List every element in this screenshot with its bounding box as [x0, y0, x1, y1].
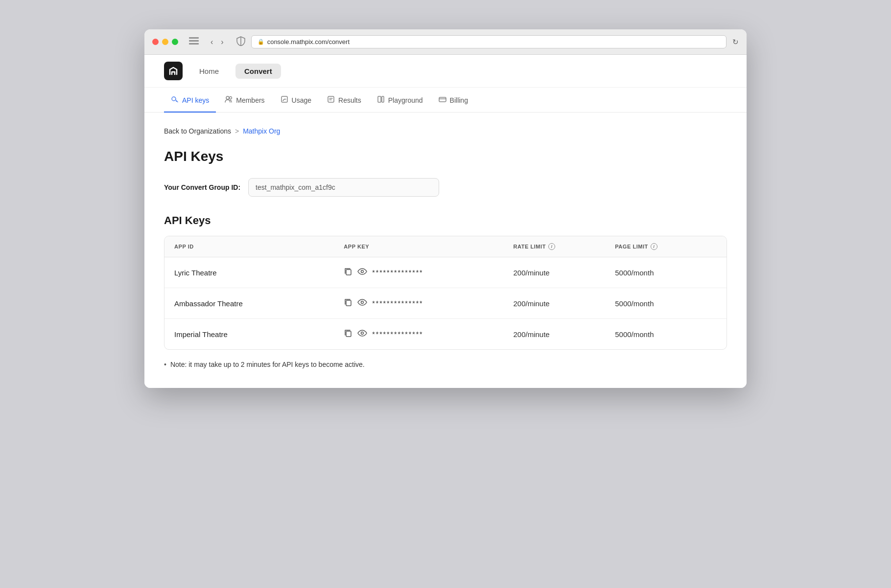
key-icon: [171, 95, 179, 105]
tab-api-keys[interactable]: API keys: [164, 88, 216, 113]
tab-billing-label: Billing: [450, 96, 468, 104]
lock-icon: 🔒: [258, 39, 264, 45]
col-header-app-id: APP ID: [174, 243, 344, 250]
key-mask: **************: [372, 330, 423, 338]
url-text: console.mathpix.com/convert: [267, 38, 350, 45]
home-nav-button[interactable]: Home: [194, 64, 224, 78]
svg-rect-7: [328, 96, 334, 102]
app-id-cell: Imperial Theatre: [174, 330, 344, 339]
key-mask: **************: [372, 299, 423, 307]
tab-billing[interactable]: Billing: [432, 88, 475, 113]
rate-limit-info-icon[interactable]: i: [548, 243, 555, 250]
svg-point-12: [361, 271, 364, 273]
app-key-cell: **************: [344, 267, 513, 278]
app-content: Home Convert API keys: [144, 55, 747, 388]
svg-rect-10: [439, 97, 446, 102]
rate-limit-cell: 200/minute: [514, 299, 615, 308]
sub-nav: API keys Members: [144, 88, 747, 113]
svg-point-14: [361, 301, 364, 304]
group-id-row: Your Convert Group ID:: [164, 178, 727, 197]
table-header: APP ID APP KEY RATE LIMIT i PAGE LIMIT i: [164, 236, 727, 257]
tab-results[interactable]: Results: [320, 88, 368, 113]
app-key-cell: **************: [344, 298, 513, 309]
page-title: API Keys: [164, 149, 727, 164]
playground-icon: [377, 95, 385, 105]
table-row: Imperial Theatre: [164, 319, 727, 349]
eye-icon[interactable]: [357, 299, 367, 308]
col-header-rate-limit: RATE LIMIT i: [514, 243, 615, 250]
page-limit-cell: 5000/month: [615, 299, 717, 308]
tab-api-keys-label: API keys: [182, 96, 209, 104]
svg-rect-1: [189, 40, 199, 42]
copy-icon[interactable]: [344, 267, 352, 278]
tab-results-label: Results: [338, 96, 361, 104]
key-mask: **************: [372, 269, 423, 276]
refresh-button[interactable]: ↻: [732, 38, 739, 46]
traffic-lights: [152, 39, 178, 45]
tab-usage-label: Usage: [292, 96, 311, 104]
forward-button[interactable]: ›: [218, 37, 226, 47]
copy-icon[interactable]: [344, 298, 352, 309]
rate-limit-cell: 200/minute: [514, 330, 615, 339]
note-text: Note: it may take up to 2 minutes for AP…: [170, 361, 365, 368]
copy-icon[interactable]: [344, 329, 352, 339]
eye-icon[interactable]: [357, 330, 367, 339]
app-logo: [164, 62, 183, 80]
svg-point-4: [226, 96, 229, 99]
note-section: • Note: it may take up to 2 minutes for …: [164, 361, 727, 368]
svg-rect-13: [346, 300, 351, 306]
browser-chrome: ‹ › 🔒 console.mathpix.com/convert ↻: [144, 29, 747, 55]
results-icon: [327, 95, 335, 105]
back-button[interactable]: ‹: [208, 37, 216, 47]
usage-icon: [281, 95, 288, 105]
billing-icon: [439, 95, 446, 105]
api-keys-table: APP ID APP KEY RATE LIMIT i PAGE LIMIT i: [164, 236, 727, 350]
shield-icon: [236, 36, 245, 48]
api-keys-section-title: API Keys: [164, 214, 727, 227]
top-nav: Home Convert: [144, 55, 747, 88]
breadcrumb-back[interactable]: Back to Organizations: [164, 127, 231, 135]
page-limit-cell: 5000/month: [615, 330, 717, 339]
svg-rect-15: [346, 331, 351, 337]
tab-playground-label: Playground: [388, 96, 423, 104]
sidebar-toggle-icon[interactable]: [189, 37, 199, 47]
col-header-page-limit: PAGE LIMIT i: [615, 243, 717, 250]
breadcrumb-current[interactable]: Mathpix Org: [243, 127, 280, 135]
table-row: Ambassador Theatre: [164, 288, 727, 319]
close-button[interactable]: [152, 39, 159, 45]
note-bullet: •: [164, 361, 166, 368]
group-id-label: Your Convert Group ID:: [164, 183, 240, 191]
tab-playground[interactable]: Playground: [370, 88, 430, 113]
svg-rect-9: [382, 96, 384, 102]
eye-icon[interactable]: [357, 268, 367, 277]
col-header-app-key: APP KEY: [344, 243, 513, 250]
tab-members-label: Members: [236, 96, 264, 104]
page-content: Back to Organizations > Mathpix Org API …: [144, 113, 747, 388]
page-limit-cell: 5000/month: [615, 269, 717, 277]
breadcrumb: Back to Organizations > Mathpix Org: [164, 127, 727, 135]
svg-rect-11: [346, 270, 351, 275]
svg-rect-2: [189, 43, 199, 45]
group-id-input[interactable]: [248, 178, 439, 197]
tab-members[interactable]: Members: [218, 88, 271, 113]
tab-usage[interactable]: Usage: [274, 88, 318, 113]
breadcrumb-separator: >: [235, 127, 239, 135]
convert-nav-button[interactable]: Convert: [235, 64, 281, 79]
table-row: Lyric Theatre: [164, 257, 727, 288]
app-key-cell: **************: [344, 329, 513, 339]
svg-point-5: [230, 97, 232, 99]
minimize-button[interactable]: [162, 39, 168, 45]
svg-point-3: [172, 97, 176, 101]
app-id-cell: Lyric Theatre: [174, 269, 344, 277]
app-id-cell: Ambassador Theatre: [174, 299, 344, 308]
address-bar[interactable]: 🔒 console.mathpix.com/convert: [251, 35, 727, 48]
members-icon: [225, 95, 233, 105]
maximize-button[interactable]: [172, 39, 178, 45]
nav-buttons: ‹ ›: [208, 37, 227, 47]
rate-limit-cell: 200/minute: [514, 269, 615, 277]
svg-rect-8: [378, 96, 381, 102]
browser-window: ‹ › 🔒 console.mathpix.com/convert ↻: [144, 29, 747, 388]
page-limit-info-icon[interactable]: i: [651, 243, 657, 250]
svg-rect-0: [189, 37, 199, 39]
svg-point-16: [361, 332, 364, 335]
